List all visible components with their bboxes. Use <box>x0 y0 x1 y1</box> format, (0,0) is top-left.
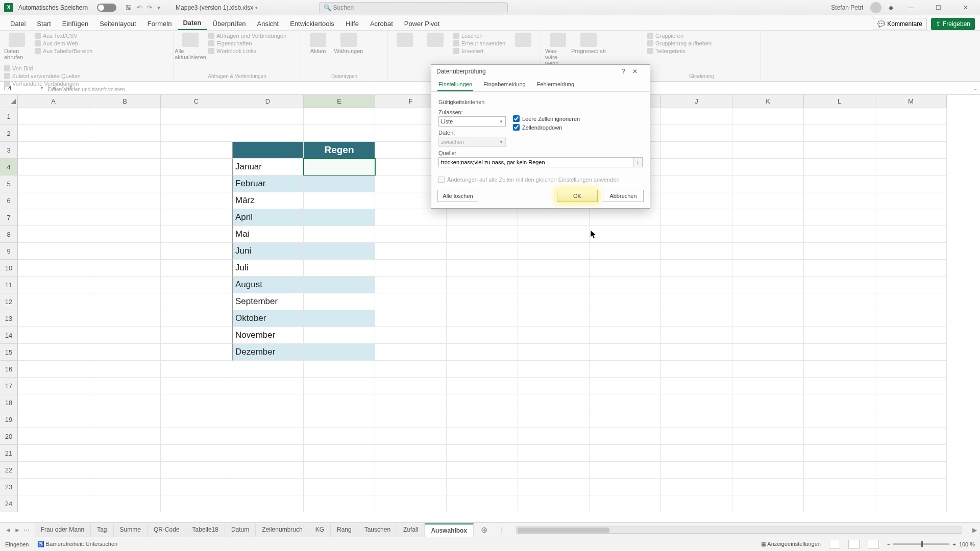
cell-I20[interactable] <box>590 428 661 445</box>
cell-L8[interactable] <box>804 226 875 243</box>
sheet-tab[interactable]: Tag <box>91 523 113 537</box>
cell-B2[interactable] <box>89 125 161 142</box>
cell-C5[interactable] <box>161 176 232 192</box>
cell-L20[interactable] <box>804 428 875 445</box>
sheet-next-icon[interactable]: ► <box>14 527 20 534</box>
cell-K23[interactable] <box>732 479 804 495</box>
cell-H12[interactable] <box>518 293 590 310</box>
cell-C24[interactable] <box>161 495 232 512</box>
cell-M6[interactable] <box>875 192 947 209</box>
cell-J19[interactable] <box>661 411 732 428</box>
cell-L11[interactable] <box>804 277 875 293</box>
cell-K16[interactable] <box>732 361 804 378</box>
cell-D1[interactable] <box>232 108 304 125</box>
cell-H13[interactable] <box>518 310 590 327</box>
cell-B20[interactable] <box>89 428 161 445</box>
sheet-tab[interactable]: QR-Code <box>148 523 186 537</box>
cell-I9[interactable] <box>590 243 661 260</box>
cell-H17[interactable] <box>518 378 590 394</box>
save-icon[interactable]: 🖫 <box>126 4 132 11</box>
sheet-tab[interactable]: Zufall <box>397 523 425 537</box>
cell-I24[interactable] <box>590 495 661 512</box>
cell-C15[interactable] <box>161 344 232 361</box>
cell-E1[interactable] <box>304 108 375 125</box>
sheet-tab[interactable]: Rang <box>331 523 358 537</box>
cell-J1[interactable] <box>661 108 732 125</box>
accessibility-status[interactable]: ♿ Barrierefreiheit: Untersuchen <box>37 541 118 547</box>
cell-C8[interactable] <box>161 226 232 243</box>
cell-A24[interactable] <box>18 495 89 512</box>
cell-A5[interactable] <box>18 176 89 192</box>
cell-K13[interactable] <box>732 310 804 327</box>
cell-D23[interactable] <box>232 479 304 495</box>
cell-E6[interactable] <box>304 192 375 209</box>
cell-E11[interactable] <box>304 277 375 293</box>
cell-E9[interactable] <box>304 243 375 260</box>
row-header-5[interactable]: 5 <box>0 176 18 192</box>
cell-B3[interactable] <box>89 142 161 159</box>
cell-E4[interactable] <box>304 159 375 176</box>
cell-D20[interactable] <box>232 428 304 445</box>
cell-J2[interactable] <box>661 125 732 142</box>
cell-K20[interactable] <box>732 428 804 445</box>
cell-E15[interactable] <box>304 344 375 361</box>
cell-G22[interactable] <box>447 462 518 479</box>
stocks-button[interactable]: Aktien <box>305 33 331 54</box>
cell-F12[interactable] <box>375 293 447 310</box>
cell-L13[interactable] <box>804 310 875 327</box>
from-web[interactable]: Aus dem Web <box>35 40 92 46</box>
tab-seitenlayout[interactable]: Seitenlayout <box>94 17 141 30</box>
user-name[interactable]: Stefan Petri <box>831 4 863 11</box>
from-table[interactable]: Aus Tabelle/Bereich <box>35 48 92 54</box>
cell-M22[interactable] <box>875 462 947 479</box>
cell-C14[interactable] <box>161 327 232 344</box>
cell-E23[interactable] <box>304 479 375 495</box>
cell-A10[interactable] <box>18 260 89 277</box>
cell-G16[interactable] <box>447 361 518 378</box>
cell-B4[interactable] <box>89 159 161 176</box>
cell-I17[interactable] <box>590 378 661 394</box>
comments-button[interactable]: 💬Kommentare <box>873 18 927 30</box>
cell-L10[interactable] <box>804 260 875 277</box>
from-text-csv[interactable]: Aus Text/CSV <box>35 33 92 39</box>
clear-filter[interactable]: Löschen <box>453 33 505 39</box>
row-header-7[interactable]: 7 <box>0 209 18 226</box>
cell-H11[interactable] <box>518 277 590 293</box>
cell-G15[interactable] <box>447 344 518 361</box>
cell-C18[interactable] <box>161 394 232 411</box>
cell-J10[interactable] <box>661 260 732 277</box>
from-image[interactable]: Von Bild <box>4 65 81 71</box>
cell-J18[interactable] <box>661 394 732 411</box>
cell-K1[interactable] <box>732 108 804 125</box>
clear-all-button[interactable]: Alle löschen <box>437 190 478 202</box>
cell-I12[interactable] <box>590 293 661 310</box>
search-box[interactable]: 🔍 Suchen <box>319 2 508 13</box>
cell-K19[interactable] <box>732 411 804 428</box>
cell-F20[interactable] <box>375 428 447 445</box>
recent-sources[interactable]: Zuletzt verwendete Quellen <box>4 73 81 79</box>
tab-hilfe[interactable]: Hilfe <box>340 17 364 30</box>
source-input[interactable] <box>438 157 633 167</box>
cell-F17[interactable] <box>375 378 447 394</box>
sheet-tab[interactable]: Datum <box>225 523 256 537</box>
cell-I13[interactable] <box>590 310 661 327</box>
cell-J6[interactable] <box>661 192 732 209</box>
cell-E17[interactable] <box>304 378 375 394</box>
cell-M17[interactable] <box>875 378 947 394</box>
cell-F22[interactable] <box>375 462 447 479</box>
cell-D4[interactable]: Januar <box>232 159 304 176</box>
col-header-E[interactable]: E <box>304 95 375 108</box>
row-header-19[interactable]: 19 <box>0 411 18 428</box>
row-header-2[interactable]: 2 <box>0 125 18 142</box>
cell-F7[interactable] <box>375 209 447 226</box>
row-header-1[interactable]: 1 <box>0 108 18 125</box>
cell-L23[interactable] <box>804 479 875 495</box>
row-header-14[interactable]: 14 <box>0 327 18 344</box>
cell-C11[interactable] <box>161 277 232 293</box>
cell-J14[interactable] <box>661 327 732 344</box>
tab-start[interactable]: Start <box>32 17 56 30</box>
cell-F10[interactable] <box>375 260 447 277</box>
sheet-tab[interactable]: Frau oder Mann <box>35 523 91 537</box>
close-window-icon[interactable]: ✕ <box>955 4 976 11</box>
cell-D13[interactable]: Oktober <box>232 310 304 327</box>
